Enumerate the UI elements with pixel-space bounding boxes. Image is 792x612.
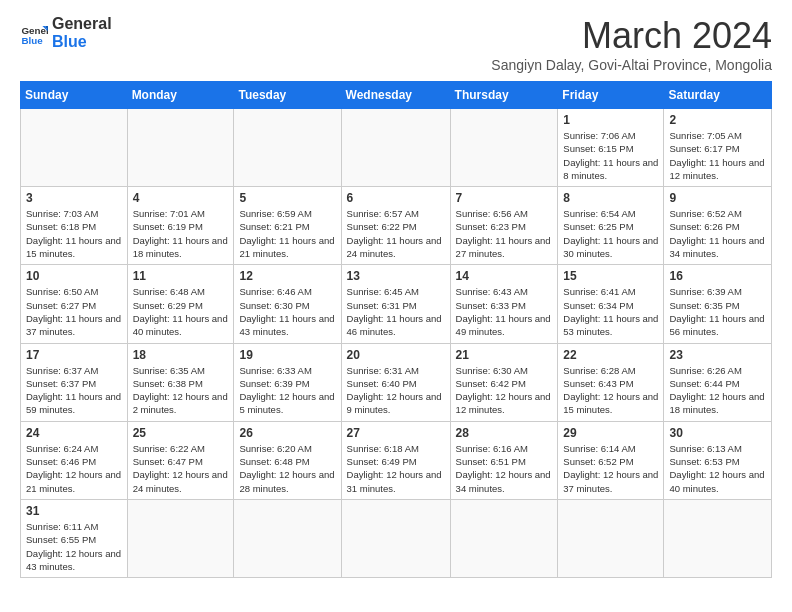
day-number: 17	[26, 348, 122, 362]
calendar-cell: 22Sunrise: 6:28 AM Sunset: 6:43 PM Dayli…	[558, 343, 664, 421]
day-info: Sunrise: 7:03 AM Sunset: 6:18 PM Dayligh…	[26, 207, 122, 260]
day-number: 25	[133, 426, 229, 440]
calendar-cell	[558, 499, 664, 577]
day-number: 29	[563, 426, 658, 440]
calendar-cell: 14Sunrise: 6:43 AM Sunset: 6:33 PM Dayli…	[450, 265, 558, 343]
calendar-cell: 5Sunrise: 6:59 AM Sunset: 6:21 PM Daylig…	[234, 187, 341, 265]
calendar-cell: 2Sunrise: 7:05 AM Sunset: 6:17 PM Daylig…	[664, 109, 772, 187]
calendar-header-row: SundayMondayTuesdayWednesdayThursdayFrid…	[21, 82, 772, 109]
day-info: Sunrise: 7:05 AM Sunset: 6:17 PM Dayligh…	[669, 129, 766, 182]
calendar-cell: 15Sunrise: 6:41 AM Sunset: 6:34 PM Dayli…	[558, 265, 664, 343]
day-number: 16	[669, 269, 766, 283]
day-number: 3	[26, 191, 122, 205]
day-info: Sunrise: 6:18 AM Sunset: 6:49 PM Dayligh…	[347, 442, 445, 495]
calendar-week-4: 24Sunrise: 6:24 AM Sunset: 6:46 PM Dayli…	[21, 421, 772, 499]
day-number: 23	[669, 348, 766, 362]
calendar-cell: 8Sunrise: 6:54 AM Sunset: 6:25 PM Daylig…	[558, 187, 664, 265]
header-thursday: Thursday	[450, 82, 558, 109]
calendar-cell: 7Sunrise: 6:56 AM Sunset: 6:23 PM Daylig…	[450, 187, 558, 265]
title-section: March 2024 Sangiyn Dalay, Govi-Altai Pro…	[491, 15, 772, 73]
day-info: Sunrise: 6:39 AM Sunset: 6:35 PM Dayligh…	[669, 285, 766, 338]
day-info: Sunrise: 6:45 AM Sunset: 6:31 PM Dayligh…	[347, 285, 445, 338]
calendar-cell	[234, 499, 341, 577]
calendar-cell: 1Sunrise: 7:06 AM Sunset: 6:15 PM Daylig…	[558, 109, 664, 187]
page-header: General Blue General Blue March 2024 San…	[20, 15, 772, 73]
subtitle: Sangiyn Dalay, Govi-Altai Province, Mong…	[491, 57, 772, 73]
calendar-cell: 18Sunrise: 6:35 AM Sunset: 6:38 PM Dayli…	[127, 343, 234, 421]
header-sunday: Sunday	[21, 82, 128, 109]
calendar-cell: 30Sunrise: 6:13 AM Sunset: 6:53 PM Dayli…	[664, 421, 772, 499]
calendar-cell: 29Sunrise: 6:14 AM Sunset: 6:52 PM Dayli…	[558, 421, 664, 499]
calendar-cell: 6Sunrise: 6:57 AM Sunset: 6:22 PM Daylig…	[341, 187, 450, 265]
day-number: 24	[26, 426, 122, 440]
calendar-cell: 24Sunrise: 6:24 AM Sunset: 6:46 PM Dayli…	[21, 421, 128, 499]
calendar-cell: 31Sunrise: 6:11 AM Sunset: 6:55 PM Dayli…	[21, 499, 128, 577]
calendar-week-3: 17Sunrise: 6:37 AM Sunset: 6:37 PM Dayli…	[21, 343, 772, 421]
day-number: 12	[239, 269, 335, 283]
day-number: 21	[456, 348, 553, 362]
day-number: 30	[669, 426, 766, 440]
header-wednesday: Wednesday	[341, 82, 450, 109]
day-info: Sunrise: 6:57 AM Sunset: 6:22 PM Dayligh…	[347, 207, 445, 260]
day-number: 27	[347, 426, 445, 440]
calendar-cell: 17Sunrise: 6:37 AM Sunset: 6:37 PM Dayli…	[21, 343, 128, 421]
calendar-cell	[127, 499, 234, 577]
calendar-cell: 20Sunrise: 6:31 AM Sunset: 6:40 PM Dayli…	[341, 343, 450, 421]
day-info: Sunrise: 6:30 AM Sunset: 6:42 PM Dayligh…	[456, 364, 553, 417]
day-info: Sunrise: 6:59 AM Sunset: 6:21 PM Dayligh…	[239, 207, 335, 260]
calendar-cell: 16Sunrise: 6:39 AM Sunset: 6:35 PM Dayli…	[664, 265, 772, 343]
day-number: 18	[133, 348, 229, 362]
day-number: 11	[133, 269, 229, 283]
calendar-cell	[664, 499, 772, 577]
calendar-cell: 28Sunrise: 6:16 AM Sunset: 6:51 PM Dayli…	[450, 421, 558, 499]
day-number: 20	[347, 348, 445, 362]
header-monday: Monday	[127, 82, 234, 109]
day-number: 10	[26, 269, 122, 283]
calendar-week-5: 31Sunrise: 6:11 AM Sunset: 6:55 PM Dayli…	[21, 499, 772, 577]
day-number: 31	[26, 504, 122, 518]
day-info: Sunrise: 6:28 AM Sunset: 6:43 PM Dayligh…	[563, 364, 658, 417]
logo: General Blue General Blue	[20, 15, 112, 50]
day-info: Sunrise: 6:14 AM Sunset: 6:52 PM Dayligh…	[563, 442, 658, 495]
calendar-week-0: 1Sunrise: 7:06 AM Sunset: 6:15 PM Daylig…	[21, 109, 772, 187]
calendar-cell: 12Sunrise: 6:46 AM Sunset: 6:30 PM Dayli…	[234, 265, 341, 343]
calendar-cell: 9Sunrise: 6:52 AM Sunset: 6:26 PM Daylig…	[664, 187, 772, 265]
day-number: 28	[456, 426, 553, 440]
day-info: Sunrise: 6:31 AM Sunset: 6:40 PM Dayligh…	[347, 364, 445, 417]
day-info: Sunrise: 6:41 AM Sunset: 6:34 PM Dayligh…	[563, 285, 658, 338]
day-info: Sunrise: 6:33 AM Sunset: 6:39 PM Dayligh…	[239, 364, 335, 417]
day-info: Sunrise: 6:56 AM Sunset: 6:23 PM Dayligh…	[456, 207, 553, 260]
calendar-cell: 23Sunrise: 6:26 AM Sunset: 6:44 PM Dayli…	[664, 343, 772, 421]
day-info: Sunrise: 6:22 AM Sunset: 6:47 PM Dayligh…	[133, 442, 229, 495]
svg-text:Blue: Blue	[21, 35, 43, 46]
calendar-cell	[341, 109, 450, 187]
calendar-cell: 3Sunrise: 7:03 AM Sunset: 6:18 PM Daylig…	[21, 187, 128, 265]
day-info: Sunrise: 6:54 AM Sunset: 6:25 PM Dayligh…	[563, 207, 658, 260]
calendar-week-2: 10Sunrise: 6:50 AM Sunset: 6:27 PM Dayli…	[21, 265, 772, 343]
calendar-cell: 10Sunrise: 6:50 AM Sunset: 6:27 PM Dayli…	[21, 265, 128, 343]
day-info: Sunrise: 6:50 AM Sunset: 6:27 PM Dayligh…	[26, 285, 122, 338]
day-number: 6	[347, 191, 445, 205]
day-info: Sunrise: 6:48 AM Sunset: 6:29 PM Dayligh…	[133, 285, 229, 338]
day-number: 5	[239, 191, 335, 205]
calendar-cell	[234, 109, 341, 187]
day-number: 19	[239, 348, 335, 362]
calendar-cell: 26Sunrise: 6:20 AM Sunset: 6:48 PM Dayli…	[234, 421, 341, 499]
day-info: Sunrise: 6:24 AM Sunset: 6:46 PM Dayligh…	[26, 442, 122, 495]
day-number: 26	[239, 426, 335, 440]
day-info: Sunrise: 6:26 AM Sunset: 6:44 PM Dayligh…	[669, 364, 766, 417]
day-number: 1	[563, 113, 658, 127]
day-info: Sunrise: 6:11 AM Sunset: 6:55 PM Dayligh…	[26, 520, 122, 573]
calendar-cell: 21Sunrise: 6:30 AM Sunset: 6:42 PM Dayli…	[450, 343, 558, 421]
day-info: Sunrise: 6:35 AM Sunset: 6:38 PM Dayligh…	[133, 364, 229, 417]
day-number: 8	[563, 191, 658, 205]
calendar-week-1: 3Sunrise: 7:03 AM Sunset: 6:18 PM Daylig…	[21, 187, 772, 265]
day-number: 9	[669, 191, 766, 205]
calendar-cell	[341, 499, 450, 577]
day-info: Sunrise: 6:46 AM Sunset: 6:30 PM Dayligh…	[239, 285, 335, 338]
logo-general: General	[52, 15, 112, 33]
day-info: Sunrise: 6:43 AM Sunset: 6:33 PM Dayligh…	[456, 285, 553, 338]
day-info: Sunrise: 6:37 AM Sunset: 6:37 PM Dayligh…	[26, 364, 122, 417]
calendar-cell	[21, 109, 128, 187]
logo-icon: General Blue	[20, 19, 48, 47]
